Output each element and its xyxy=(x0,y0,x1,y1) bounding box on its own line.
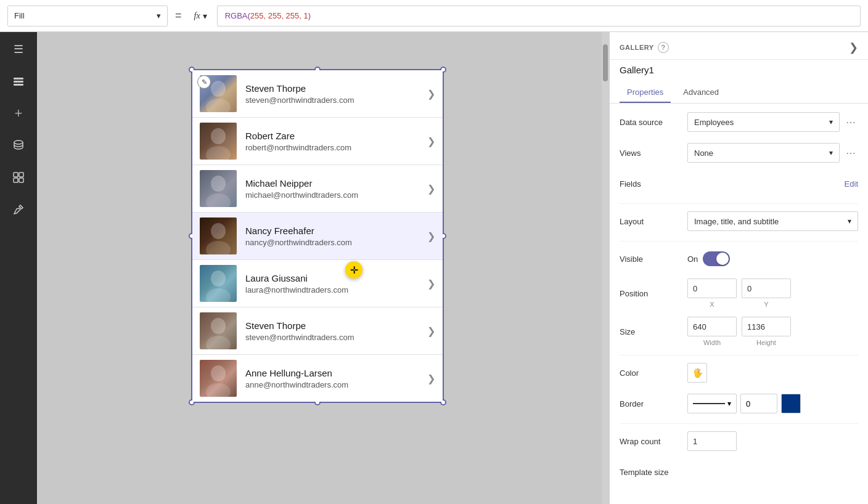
tools-icon[interactable] xyxy=(9,200,28,219)
position-x-label: X xyxy=(687,301,737,308)
help-icon[interactable]: ? xyxy=(658,42,669,53)
item-name: Steven Thorpe xyxy=(245,320,422,331)
visible-toggle[interactable] xyxy=(703,251,730,266)
svg-rect-0 xyxy=(14,78,23,79)
item-avatar xyxy=(200,312,237,349)
item-chevron-icon: ❯ xyxy=(427,88,435,100)
border-style-dropdown[interactable]: ▾ xyxy=(687,394,737,413)
position-labels: X Y xyxy=(687,301,791,308)
formula-bar[interactable]: RGBA(255, 255, 255, 1) xyxy=(217,6,861,26)
canvas-scrollbar[interactable] xyxy=(602,32,609,504)
svg-point-9 xyxy=(206,99,231,112)
scrollbar-thumb[interactable] xyxy=(603,44,608,81)
layers-icon[interactable] xyxy=(9,71,28,91)
item-name: Michael Neipper xyxy=(245,178,422,189)
gallery-item[interactable]: Nancy Freehafer nancy@northwindtraders.c… xyxy=(192,213,443,260)
wrap-count-label: Wrap count xyxy=(620,437,687,446)
svg-point-18 xyxy=(211,318,226,334)
svg-point-12 xyxy=(211,176,226,192)
fx-italic-label: fx xyxy=(194,11,200,21)
svg-point-19 xyxy=(206,336,231,349)
fill-dropdown[interactable]: Fill ▾ xyxy=(7,6,168,26)
gallery-name-label: Gallery1 xyxy=(610,60,868,83)
formula-text: RGBA(255, 255, 255, 1) xyxy=(225,11,311,20)
views-more-icon[interactable]: ⋯ xyxy=(843,147,858,159)
svg-point-20 xyxy=(211,365,226,381)
data-source-more-icon[interactable]: ⋯ xyxy=(843,116,858,128)
toggle-knob xyxy=(716,253,729,265)
gallery-list: ✎ Steven Thorpe steven@northwindtraders.… xyxy=(192,70,443,402)
svg-rect-5 xyxy=(19,173,23,177)
item-chevron-icon: ❯ xyxy=(427,373,435,384)
views-chevron-icon: ▾ xyxy=(829,148,833,157)
avatar-svg xyxy=(200,123,237,160)
database-icon[interactable] xyxy=(9,136,28,155)
views-dropdown[interactable]: None ▾ xyxy=(687,143,840,163)
visible-control: On xyxy=(687,251,858,266)
item-chevron-icon: ❯ xyxy=(427,136,435,147)
fx-chevron-icon: ▾ xyxy=(203,11,207,21)
gallery-item[interactable]: Laura Giussani laura@northwindtraders.co… xyxy=(192,260,443,307)
item-email: nancy@northwindtraders.com xyxy=(245,238,422,247)
item-name: Anne Hellung-Larsen xyxy=(245,368,422,378)
panel-header: GALLERY ? ❯ xyxy=(610,32,868,60)
color-label: Color xyxy=(620,368,687,378)
item-avatar xyxy=(200,170,237,207)
svg-point-3 xyxy=(14,140,23,144)
layout-control: Image, title, and subtitle ▾ xyxy=(687,211,858,231)
color-control: 🖐 xyxy=(687,363,858,383)
gallery-item[interactable]: Michael Neipper michael@northwindtraders… xyxy=(192,165,443,213)
fill-chevron-icon: ▾ xyxy=(157,11,161,20)
component-icon[interactable] xyxy=(9,168,28,187)
avatar-svg xyxy=(200,265,237,302)
border-width-input[interactable]: 0 xyxy=(740,394,777,413)
border-color-swatch[interactable] xyxy=(781,394,801,413)
data-source-dropdown[interactable]: Employees ▾ xyxy=(687,112,840,132)
visible-on-label: On xyxy=(687,254,698,264)
fx-button[interactable]: fx ▾ xyxy=(189,9,212,23)
size-labels: Width Height xyxy=(687,339,791,346)
fields-edit-link[interactable]: Edit xyxy=(845,179,858,189)
gallery-item[interactable]: Robert Zare robert@northwindtraders.com … xyxy=(192,118,443,165)
add-icon[interactable]: + xyxy=(9,104,28,123)
gallery-item[interactable]: Steven Thorpe steven@northwindtraders.co… xyxy=(192,307,443,355)
divider-2 xyxy=(620,241,858,242)
svg-point-11 xyxy=(206,146,231,160)
item-email: michael@northwindtraders.com xyxy=(245,190,422,200)
position-y-label: Y xyxy=(742,301,791,308)
size-inputs: 640 1136 xyxy=(687,317,791,336)
color-swatch[interactable]: 🖐 xyxy=(687,363,707,383)
wrap-count-input[interactable]: 1 xyxy=(687,431,737,451)
layout-dropdown[interactable]: Image, title, and subtitle ▾ xyxy=(687,211,858,231)
size-width-input[interactable]: 640 xyxy=(687,317,737,336)
svg-point-15 xyxy=(206,241,231,254)
panel-title: GALLERY xyxy=(620,44,654,51)
position-label: Position xyxy=(620,289,687,298)
item-info: Steven Thorpe steven@northwindtraders.co… xyxy=(245,83,422,105)
size-xy: 640 1136 Width Height xyxy=(687,317,791,346)
gallery-item[interactable]: ✎ Steven Thorpe steven@northwindtraders.… xyxy=(192,70,443,118)
hamburger-icon[interactable]: ☰ xyxy=(9,39,28,59)
border-row: Border ▾ 0 xyxy=(620,392,858,415)
gallery-item[interactable]: Anne Hellung-Larsen anne@northwindtrader… xyxy=(192,355,443,402)
position-control: 0 0 X Y xyxy=(687,278,858,308)
fields-control: Edit xyxy=(687,179,858,189)
gallery-widget[interactable]: ✎ Steven Thorpe steven@northwindtraders.… xyxy=(191,69,444,403)
position-y-input[interactable]: 0 xyxy=(742,278,791,298)
avatar-svg xyxy=(200,217,237,254)
size-height-input[interactable]: 1136 xyxy=(742,317,791,336)
tab-advanced[interactable]: Advanced xyxy=(676,83,726,103)
panel-collapse-icon[interactable]: ❯ xyxy=(849,41,858,54)
rgba-func: RGBA( xyxy=(225,11,250,20)
tab-properties[interactable]: Properties xyxy=(620,83,671,103)
item-name: Laura Giussani xyxy=(245,273,422,283)
size-label: Size xyxy=(620,327,687,336)
divider-4 xyxy=(620,423,858,424)
item-email: anne@northwindtraders.com xyxy=(245,380,422,389)
item-avatar xyxy=(200,123,237,160)
position-x-input[interactable]: 0 xyxy=(687,278,737,298)
views-row: Views None ▾ ⋯ xyxy=(620,142,858,164)
divider-1 xyxy=(620,203,858,204)
svg-rect-2 xyxy=(14,84,23,86)
position-xy: 0 0 X Y xyxy=(687,278,791,308)
